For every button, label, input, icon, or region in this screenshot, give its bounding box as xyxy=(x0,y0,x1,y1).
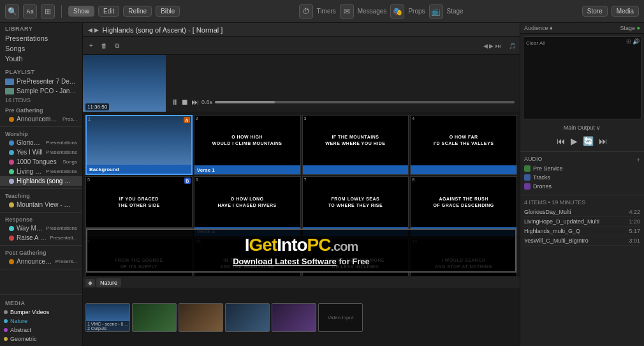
main-output-btn[interactable]: Main Output ∨ xyxy=(520,122,644,132)
sidebar-item-presentations[interactable]: Presentations xyxy=(0,33,82,43)
icon-tongues xyxy=(9,160,14,165)
song-highlands[interactable]: Highlands (song of Ascent)... xyxy=(0,176,82,186)
group-label-teaching: Teaching xyxy=(0,190,82,200)
media-item-nature[interactable]: Nature xyxy=(0,317,82,326)
prev-btn[interactable]: ⏮ xyxy=(557,136,566,146)
next-btn[interactable]: ⏭ xyxy=(599,136,608,146)
slide-8-number: 8 xyxy=(412,177,414,182)
queue-item-3[interactable]: Highlands_multi_G_Q 5:17 xyxy=(524,227,640,236)
slide-8[interactable]: 8 AGAINST THE RUSHOF GRACE DESCENDING xyxy=(410,176,517,236)
store-button[interactable]: Store xyxy=(582,6,608,17)
song-living-hope[interactable]: Living Hope Presentations xyxy=(0,167,82,176)
title-glorious: Glorious Day xyxy=(17,139,43,146)
slide-1-label: Background xyxy=(87,165,191,174)
badge-way: Presentations xyxy=(46,225,77,231)
bottom-tabs: ◆ Nature xyxy=(83,276,520,289)
toolbar-icon-text[interactable]: Aa xyxy=(23,4,37,19)
song-glorious-day[interactable]: Glorious Day Presentations xyxy=(0,138,82,147)
slide-3[interactable]: 3 IF THE MOUNTAINSWERE WHERE YOU HIDE xyxy=(302,115,409,175)
queue-item-4[interactable]: YesWill_C_Multi_BigIntro 3:01 xyxy=(524,236,640,246)
queue-item-1[interactable]: GloriousDay_Multi 4:22 xyxy=(524,207,640,217)
slide-6[interactable]: 6 O HOW LONGHAVE I CHASED RIVERS Verse 2 xyxy=(194,176,301,236)
media-item-bumper[interactable]: Bumper Videos xyxy=(0,308,82,317)
title-raise: Raise A Hallelujah xyxy=(17,234,47,241)
dot-nature xyxy=(4,319,8,323)
slide-4[interactable]: 4 O HOW FARI'D SCALE THE VALLEYS xyxy=(410,115,517,175)
watermark-dot-com: .com xyxy=(331,239,358,253)
messages-icon[interactable]: ✉ xyxy=(340,4,354,19)
sidebar-item-youth[interactable]: Youth xyxy=(0,54,82,64)
label-bumper: Bumper Videos xyxy=(10,309,49,315)
playlist-item-pco[interactable]: Sample PCO - January 22... xyxy=(0,86,82,96)
slide-4-text: O HOW FARI'D SCALE THE VALLEYS xyxy=(434,134,494,147)
stage-icon[interactable]: 📺 xyxy=(429,4,443,19)
sidebar-item-songs[interactable]: Songs xyxy=(0,43,82,54)
refine-button[interactable]: Refine xyxy=(123,6,152,17)
icon-living xyxy=(9,169,14,174)
play-btn[interactable]: ▶ xyxy=(571,136,578,146)
progress-bar[interactable] xyxy=(215,101,515,103)
output-preview: Clear All ⊞ 🔊 xyxy=(523,36,641,119)
toolbar-icon-theme[interactable]: ⊞ xyxy=(41,4,55,19)
duplicate-slide-btn[interactable]: ⧉ xyxy=(112,41,122,51)
song-mountain-view[interactable]: Mountain View - Do Not Jud... xyxy=(0,200,82,209)
stop-btn[interactable]: ⏹ xyxy=(181,98,189,107)
slide-8-inner: 8 AGAINST THE RUSHOF GRACE DESCENDING xyxy=(411,177,516,227)
edit-button[interactable]: Edit xyxy=(98,6,119,17)
badge-glorious: Presentations xyxy=(46,140,77,146)
dot-geometric xyxy=(4,337,8,341)
preview-thumbnail: 11:36:50 xyxy=(83,55,166,112)
skip-btn[interactable]: ⏭ xyxy=(191,98,199,107)
badge-post-ann: Present... xyxy=(55,259,77,264)
song-raise-hallelujah[interactable]: Raise A Hallelujah Presentati... xyxy=(0,233,82,243)
play-pause-btn[interactable]: ⏸ xyxy=(171,98,179,107)
song-post-ann[interactable]: Announcement Loop Present... xyxy=(0,257,82,266)
clear-all-btn: Clear All xyxy=(526,38,545,46)
queue-time-1: 4:22 xyxy=(629,209,640,215)
slide-7[interactable]: 7 FROM LOWLY SEASTO WHERE THEY RISE xyxy=(302,176,409,236)
delete-slide-btn[interactable]: 🗑 xyxy=(98,41,110,50)
show-button[interactable]: Show xyxy=(68,6,94,17)
media-item-abstract[interactable]: Abstract xyxy=(0,326,82,335)
left-sidebar: LIBRARY Presentations Songs Youth PLAYLI… xyxy=(0,23,83,346)
bottom-tab-nature[interactable]: Nature xyxy=(96,278,121,287)
stage-dot: ● xyxy=(637,25,640,31)
media-thumb-4[interactable] xyxy=(225,303,270,332)
media-item-geometric[interactable]: Geometric xyxy=(0,335,82,343)
queue-count: 4 ITEMS • 19 MINUTES xyxy=(524,199,585,206)
replay-btn[interactable]: 🔄 xyxy=(583,136,594,146)
slide-2[interactable]: 2 O HOW HIGHWOULD I CLIMB MOUNTAINS Vers… xyxy=(194,115,301,175)
bible-button[interactable]: Bible xyxy=(156,6,180,17)
slide-4-inner: 4 O HOW FARI'D SCALE THE VALLEYS xyxy=(411,116,516,165)
group-label-response: Response xyxy=(0,214,82,223)
song-yes-i-will[interactable]: Yes I Will Presentations xyxy=(0,147,82,157)
toolbar-icon-view[interactable]: 🔍 xyxy=(5,4,19,19)
main-layout: LIBRARY Presentations Songs Youth PLAYLI… xyxy=(0,23,644,346)
audio-tracks[interactable]: Tracks xyxy=(524,173,640,182)
media-thumb-2[interactable] xyxy=(132,303,177,332)
group-response: Response Way Maker Presentations Raise A… xyxy=(0,214,82,246)
audio-pre-service-icon xyxy=(524,165,531,172)
audio-add-btn[interactable]: + xyxy=(636,156,640,163)
media-thumb-1[interactable]: 1 VMC - scene - 05:00 2 Outputs xyxy=(85,303,130,332)
video-input-thumb[interactable]: Video Input xyxy=(318,303,363,332)
props-icon[interactable]: 🎭 xyxy=(390,4,404,19)
divider-1 xyxy=(520,151,644,152)
slide-1[interactable]: 1 A Background xyxy=(85,115,193,175)
playlist-item-demo[interactable]: PrePresenter 7 Demo xyxy=(0,77,82,86)
slide-5[interactable]: 5 B IF YOU GRACEDTHE OTHER SIDE xyxy=(85,176,193,236)
media-thumb-5[interactable] xyxy=(272,303,316,332)
audio-drones[interactable]: Drones xyxy=(524,182,640,191)
queue-item-2[interactable]: LivingHope_D_updated_Multi 1:20 xyxy=(524,217,640,227)
audio-pre-service[interactable]: Pre Service xyxy=(524,164,640,173)
watermark-for-free: for Free xyxy=(339,257,369,266)
media-thumb-3[interactable] xyxy=(179,303,223,332)
media-button[interactable]: Media xyxy=(611,6,639,17)
playlist-title: PLAYLIST xyxy=(0,66,82,77)
add-slide-btn[interactable]: + xyxy=(87,41,96,50)
timers-icon[interactable]: ⏱ xyxy=(299,4,313,19)
main-output-label: Main Output ∨ xyxy=(564,124,601,131)
song-way-maker[interactable]: Way Maker Presentations xyxy=(0,223,82,233)
song-1000-tongues[interactable]: 1000 Tongues Songs xyxy=(0,157,82,167)
song-announcement-loop[interactable]: Announcement Loop Pres... xyxy=(0,114,82,124)
